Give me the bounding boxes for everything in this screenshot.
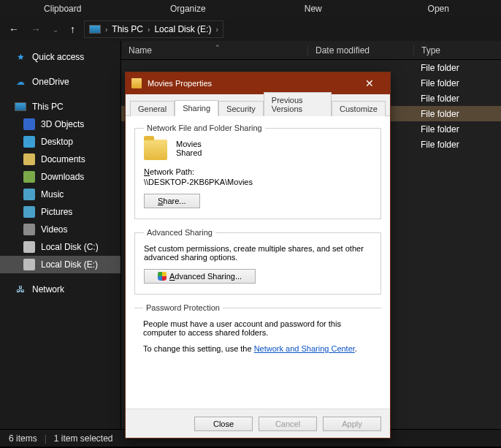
- chevron-right-icon: ›: [215, 26, 218, 34]
- dialog-tabs: General Sharing Security Previous Versio…: [126, 94, 390, 116]
- column-headers: Name ⌃ Date modified Type: [121, 41, 501, 60]
- breadcrumb-thispc[interactable]: This PC: [112, 24, 143, 34]
- nav-tree: ★ Quick access ☁ OneDrive This PC 3D Obj…: [0, 41, 121, 429]
- cell-type: File folder: [413, 140, 501, 150]
- ribbon-organize[interactable]: Organize: [126, 0, 251, 18]
- star-icon: ★: [15, 51, 26, 63]
- dialog-button-row: Close Cancel Apply: [126, 409, 390, 438]
- cell-type: File folder: [413, 78, 501, 88]
- sidebar-item-local-disk-c-[interactable]: Local Disk (C:): [0, 238, 121, 256]
- tab-customize[interactable]: Customize: [332, 101, 386, 116]
- advanced-sharing-text: Set custom permissions, create multiple …: [144, 244, 372, 262]
- status-selected-count: 1 item selected: [54, 433, 113, 444]
- group-advanced-sharing: Advanced Sharing Set custom permissions,…: [134, 228, 381, 295]
- ribbon-open[interactable]: Open: [376, 0, 502, 18]
- group-legend: Network File and Folder Sharing: [144, 124, 265, 132]
- sidebar-item-label: 3D Objects: [41, 119, 84, 129]
- shared-folder-state: Shared: [176, 148, 202, 157]
- navigation-bar: ← → ⌄ ↑ › This PC › Local Disk (E:) ›: [0, 18, 501, 41]
- music-icon: [23, 189, 35, 200]
- folder-icon: [131, 78, 142, 88]
- status-item-count: 6 items: [9, 433, 37, 444]
- status-separator: |: [45, 433, 47, 444]
- chevron-right-icon: ›: [105, 26, 107, 34]
- properties-dialog: Movies Properties ✕ General Sharing Secu…: [125, 72, 391, 438]
- sidebar-item-label: Network: [32, 284, 64, 295]
- column-header-type[interactable]: Type: [413, 45, 501, 56]
- ribbon-tabs: Clipboard Organize New Open: [0, 0, 501, 18]
- network-path-label: Network Path:: [144, 167, 372, 176]
- sidebar-item-3d-objects[interactable]: 3D Objects: [0, 115, 121, 133]
- cloud-icon: ☁: [15, 76, 26, 88]
- sidebar-network[interactable]: 🖧 Network: [0, 281, 121, 298]
- document-icon: [23, 153, 35, 165]
- close-icon[interactable]: ✕: [355, 77, 384, 89]
- desktop-icon: [23, 136, 35, 148]
- sidebar-item-label: Pictures: [41, 207, 72, 217]
- cancel-button: Cancel: [259, 417, 317, 431]
- column-header-name[interactable]: Name ⌃: [121, 45, 307, 56]
- sidebar-item-label: This PC: [32, 102, 64, 112]
- network-sharing-center-link[interactable]: Network and Sharing Center: [254, 344, 355, 353]
- dialog-title: Movies Properties: [148, 79, 212, 88]
- column-label: Name: [129, 45, 152, 56]
- dialog-body: Network File and Folder Sharing Movies S…: [126, 116, 390, 409]
- sidebar-item-local-disk-e-[interactable]: Local Disk (E:): [0, 256, 121, 273]
- sidebar-item-label: Desktop: [41, 137, 73, 147]
- shield-icon: [158, 272, 167, 281]
- advanced-sharing-button[interactable]: Advanced Sharing...: [144, 269, 256, 284]
- dialog-titlebar[interactable]: Movies Properties ✕: [126, 72, 390, 94]
- shared-folder-name: Movies: [176, 140, 202, 148]
- sidebar-item-label: OneDrive: [32, 77, 69, 87]
- column-header-date[interactable]: Date modified: [307, 45, 413, 56]
- group-legend: Advanced Sharing: [144, 228, 215, 237]
- sidebar-item-documents[interactable]: Documents: [0, 151, 121, 168]
- cell-type: File folder: [413, 94, 501, 104]
- drive-icon: [23, 241, 35, 253]
- sidebar-item-downloads[interactable]: Downloads: [0, 168, 121, 186]
- apply-button: Apply: [323, 417, 381, 431]
- sidebar-onedrive[interactable]: ☁ OneDrive: [0, 73, 121, 91]
- folder-icon: [144, 140, 167, 160]
- cube-icon: [23, 118, 35, 130]
- group-legend: Password Protection: [143, 303, 223, 312]
- sidebar-item-pictures[interactable]: Pictures: [0, 203, 121, 221]
- sidebar-thispc[interactable]: This PC: [0, 98, 121, 115]
- nav-back-icon[interactable]: ←: [6, 23, 22, 35]
- sidebar-item-label: Downloads: [41, 172, 84, 182]
- sidebar-item-desktop[interactable]: Desktop: [0, 133, 121, 151]
- tab-security[interactable]: Security: [218, 101, 264, 116]
- pictures-icon: [23, 206, 35, 218]
- nav-up-icon[interactable]: ↑: [67, 23, 78, 35]
- sidebar-item-videos[interactable]: Videos: [0, 221, 121, 238]
- password-protection-text: People must have a user account and pass…: [143, 319, 372, 337]
- tab-sharing[interactable]: Sharing: [175, 100, 218, 116]
- sidebar-item-label: Local Disk (E:): [41, 259, 98, 270]
- chevron-right-icon: ›: [148, 26, 150, 34]
- download-icon: [23, 171, 35, 183]
- sort-caret-icon: ⌃: [215, 44, 221, 51]
- drive-icon: [23, 259, 35, 270]
- sidebar-quick-access[interactable]: ★ Quick access: [0, 48, 121, 66]
- sidebar-item-music[interactable]: Music: [0, 186, 121, 203]
- close-button[interactable]: Close: [194, 417, 253, 431]
- breadcrumb-drive[interactable]: Local Disk (E:): [154, 24, 211, 34]
- network-icon: 🖧: [15, 284, 26, 295]
- cell-type: File folder: [413, 124, 501, 134]
- tab-previous-versions[interactable]: Previous Versions: [264, 92, 332, 116]
- ribbon-new[interactable]: New: [250, 0, 376, 18]
- sidebar-item-label: Music: [41, 189, 64, 200]
- ribbon-clipboard[interactable]: Clipboard: [0, 0, 126, 18]
- cell-type: File folder: [413, 63, 501, 73]
- password-change-hint: To change this setting, use the Network …: [143, 344, 372, 353]
- address-bar[interactable]: › This PC › Local Disk (E:) ›: [84, 20, 223, 38]
- nav-forward-icon[interactable]: →: [28, 23, 44, 35]
- group-network-sharing: Network File and Folder Sharing Movies S…: [134, 124, 381, 219]
- pc-icon: [15, 101, 26, 113]
- nav-recent-icon[interactable]: ⌄: [50, 26, 61, 34]
- sidebar-item-label: Documents: [41, 154, 85, 164]
- sidebar-item-label: Videos: [41, 224, 67, 235]
- tab-general[interactable]: General: [130, 101, 175, 116]
- share-button[interactable]: Share...: [144, 194, 200, 208]
- pc-icon: [89, 25, 101, 34]
